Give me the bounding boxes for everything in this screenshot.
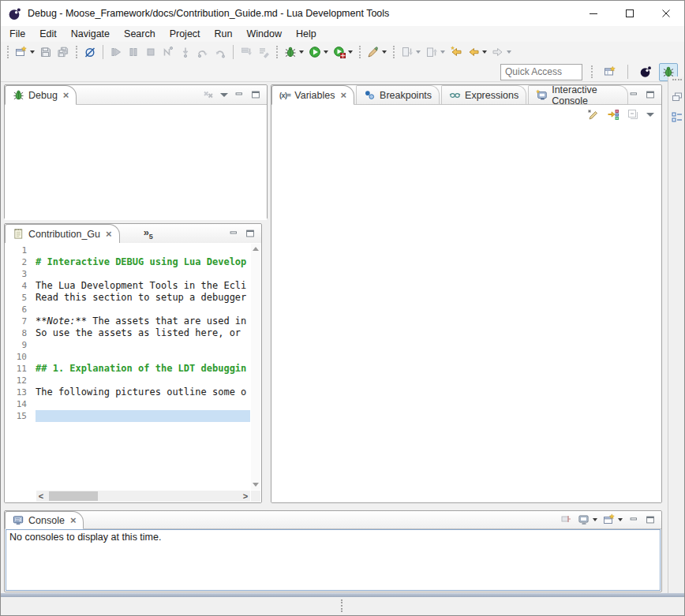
run-button[interactable] xyxy=(306,44,331,60)
menu-run[interactable]: Run xyxy=(208,27,240,41)
dropdown-arrow-icon[interactable] xyxy=(382,50,387,54)
resume-button[interactable] xyxy=(107,44,125,60)
editor-line[interactable]: 13The following pictures outline some o xyxy=(5,386,250,398)
dropdown-arrow-icon[interactable] xyxy=(299,50,304,54)
maximize-window-button[interactable] xyxy=(612,1,648,26)
tab-debug[interactable]: Debug × xyxy=(5,85,77,105)
skip-all-breakpoints-button[interactable] xyxy=(81,44,99,60)
dropdown-arrow-icon[interactable] xyxy=(348,50,353,54)
scroll-thumb[interactable] xyxy=(49,491,98,501)
use-step-filters-button[interactable] xyxy=(255,44,272,60)
editor-line[interactable]: 14 xyxy=(5,398,250,410)
tab-console[interactable]: Console × xyxy=(5,511,84,529)
editor-line[interactable]: 10 xyxy=(5,351,250,363)
maximize-view-button[interactable] xyxy=(645,514,656,525)
new-wizard-button[interactable] xyxy=(13,44,37,60)
menu-search[interactable]: Search xyxy=(117,27,163,41)
menu-window[interactable]: Window xyxy=(240,27,289,41)
tab-interactive-console[interactable]: Interactive Console xyxy=(528,85,628,104)
back-button[interactable] xyxy=(465,44,489,60)
close-tab-icon[interactable]: × xyxy=(70,515,77,525)
scroll-right-icon[interactable]: > xyxy=(241,491,250,502)
editor-line[interactable]: 7**Note:** The assets that are used in xyxy=(5,315,250,327)
lua-perspective-button[interactable] xyxy=(637,64,654,80)
quick-access-input[interactable] xyxy=(500,64,582,80)
collapse-all-button[interactable] xyxy=(627,108,639,121)
dropdown-arrow-icon[interactable] xyxy=(593,518,597,521)
editor-line[interactable]: 5Read this section to setup a debugger xyxy=(5,292,250,304)
remove-all-terminated-button[interactable] xyxy=(202,88,215,101)
status-drag-handle[interactable] xyxy=(341,599,345,612)
editor-line[interactable]: 2# Interactive DEBUG using Lua Develop xyxy=(5,256,250,268)
last-edit-location-button[interactable] xyxy=(447,44,465,60)
pin-console-button[interactable] xyxy=(560,513,572,526)
tab-expressions[interactable]: Expressions xyxy=(441,85,526,104)
editor-line[interactable]: 11## 1. Explanation of the LDT debuggin xyxy=(5,363,250,375)
forward-button[interactable] xyxy=(489,44,514,60)
save-all-button[interactable] xyxy=(54,44,72,60)
tab-breakpoints[interactable]: Breakpoints xyxy=(356,85,440,104)
dropdown-arrow-icon[interactable] xyxy=(416,50,421,54)
strip-drag-handle[interactable] xyxy=(672,79,682,83)
dropdown-arrow-icon[interactable] xyxy=(30,50,35,54)
previous-annotation-button[interactable] xyxy=(423,44,447,60)
save-button[interactable] xyxy=(37,44,54,60)
maximize-view-button[interactable] xyxy=(250,89,261,100)
next-annotation-button[interactable] xyxy=(399,44,423,60)
show-type-names-button[interactable] xyxy=(587,108,600,121)
outline-view-button[interactable] xyxy=(671,111,683,124)
step-into-button[interactable] xyxy=(177,44,194,60)
disconnect-button[interactable] xyxy=(159,44,177,60)
menu-edit[interactable]: Edit xyxy=(32,27,64,41)
coverage-button[interactable] xyxy=(331,44,355,60)
menu-help[interactable]: Help xyxy=(289,27,324,41)
open-console-button[interactable] xyxy=(603,513,623,526)
menu-project[interactable]: Project xyxy=(163,27,208,41)
editor-horizontal-scrollbar[interactable]: < > xyxy=(36,491,250,502)
dropdown-arrow-icon[interactable] xyxy=(618,518,623,521)
editor-line[interactable]: 9 xyxy=(5,339,250,351)
menu-file[interactable]: File xyxy=(2,27,32,41)
minimize-view-button[interactable] xyxy=(228,228,239,239)
tab-contribution-guide[interactable]: Contribution_Gu × xyxy=(5,224,120,244)
scroll-track[interactable] xyxy=(46,491,241,502)
scroll-left-icon[interactable]: < xyxy=(36,491,46,502)
step-over-button[interactable] xyxy=(194,44,211,60)
view-menu-button[interactable] xyxy=(220,93,228,97)
dropdown-arrow-icon[interactable] xyxy=(324,50,328,54)
show-logical-structure-button[interactable] xyxy=(607,108,619,121)
dropdown-arrow-icon[interactable] xyxy=(507,50,511,54)
terminate-button[interactable] xyxy=(142,44,159,60)
scroll-down-icon[interactable] xyxy=(253,483,259,487)
dropdown-arrow-icon[interactable] xyxy=(482,50,487,54)
maximize-view-button[interactable] xyxy=(645,89,656,100)
editor-line[interactable]: 15 xyxy=(5,410,250,422)
scroll-up-icon[interactable] xyxy=(253,247,259,251)
suspend-button[interactable] xyxy=(125,44,142,60)
editor-line[interactable]: 6 xyxy=(5,304,250,315)
variables-content[interactable] xyxy=(271,123,661,502)
tab-variables[interactable]: (x)= Variables × xyxy=(271,85,354,105)
dropdown-arrow-icon[interactable] xyxy=(440,50,445,54)
debug-view-content[interactable] xyxy=(5,105,267,220)
editor-code-area[interactable]: 12# Interactive DEBUG using Lua Develop3… xyxy=(5,245,250,490)
editor-line[interactable]: 1 xyxy=(5,245,250,256)
minimize-view-button[interactable] xyxy=(234,89,245,100)
menu-navigate[interactable]: Navigate xyxy=(64,27,117,41)
editor-line[interactable]: 3 xyxy=(5,268,250,280)
restore-view-button[interactable] xyxy=(671,91,683,103)
editor-line[interactable]: 12 xyxy=(5,375,250,386)
step-return-button[interactable] xyxy=(211,44,229,60)
editor-line[interactable]: 4The Lua Development Tools in the Ecli xyxy=(5,280,250,292)
drop-to-frame-button[interactable] xyxy=(238,44,255,60)
minimize-window-button[interactable] xyxy=(575,1,612,26)
close-tab-icon[interactable]: × xyxy=(63,90,69,100)
debug-button[interactable] xyxy=(282,44,306,60)
external-tools-button[interactable] xyxy=(365,44,389,60)
display-selected-console-button[interactable] xyxy=(578,513,597,526)
close-window-button[interactable] xyxy=(648,1,684,26)
close-tab-icon[interactable]: × xyxy=(106,229,112,239)
minimize-view-button[interactable] xyxy=(628,514,639,525)
editor-line[interactable]: 8So use the assets as listed here, or xyxy=(5,327,250,339)
editor-vertical-scrollbar[interactable] xyxy=(251,244,260,490)
